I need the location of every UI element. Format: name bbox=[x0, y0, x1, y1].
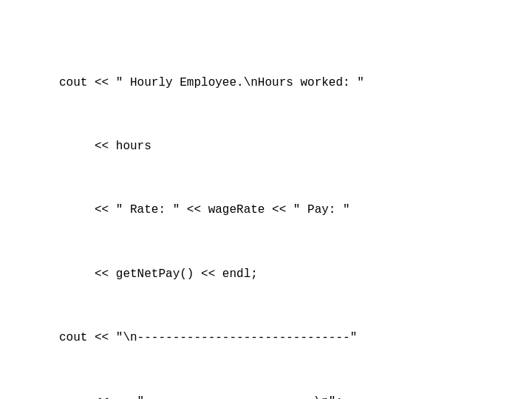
code-line-6: << "------------------------\n"; bbox=[59, 392, 532, 399]
code-line-1: cout << " Hourly Employee.\nHours worked… bbox=[59, 72, 532, 94]
code-line-5: cout << "\n-----------------------------… bbox=[59, 327, 532, 349]
code-line-3: << " Rate: " << wageRate << " Pay: " bbox=[59, 200, 532, 221]
code-line-4: << getNetPay() << endl; bbox=[59, 264, 532, 285]
code-editor: cout << " Hourly Employee.\nHours worked… bbox=[0, 0, 532, 399]
code-line-2: << hours bbox=[59, 136, 532, 157]
